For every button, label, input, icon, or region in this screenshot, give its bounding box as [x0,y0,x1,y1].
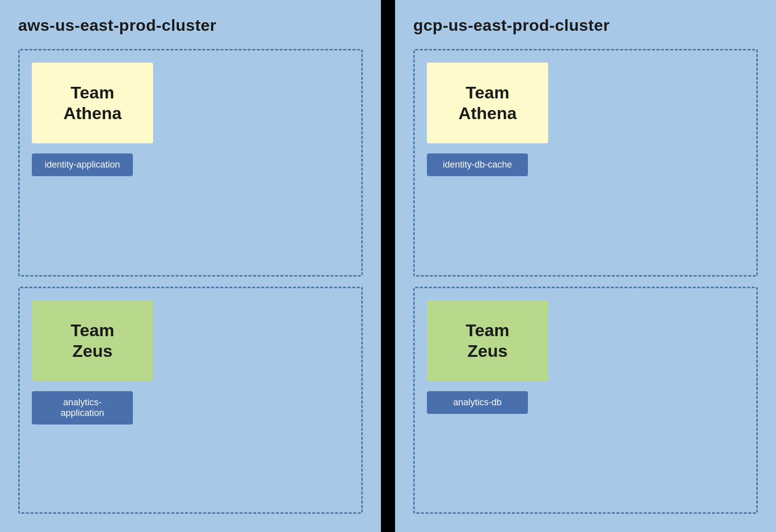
identity-db-cache-badge: identity-db-cache [427,153,528,176]
team-zeus-gcp-name: TeamZeus [466,320,509,361]
team-zeus-aws-name: TeamZeus [71,320,114,361]
identity-application-badge: identity-application [32,153,133,176]
team-athena-aws-box: TeamAthena identity-application [18,49,363,277]
aws-teams-grid: TeamAthena identity-application TeamZeus… [18,49,363,514]
team-athena-aws-card: TeamAthena [32,63,153,143]
aws-cluster: aws-us-east-prod-cluster TeamAthena iden… [0,0,381,532]
team-athena-gcp-name: TeamAthena [458,82,516,124]
team-zeus-gcp-card: TeamZeus [427,300,548,381]
analytics-application-badge: analytics-application [32,391,133,424]
team-athena-aws-name: TeamAthena [63,82,121,124]
team-zeus-aws-box: TeamZeus analytics-application [18,287,363,514]
aws-cluster-title: aws-us-east-prod-cluster [18,16,363,35]
cluster-divider [381,0,395,532]
gcp-cluster-title: gcp-us-east-prod-cluster [413,16,758,35]
team-athena-gcp-card: TeamAthena [427,63,548,143]
gcp-teams-grid: TeamAthena identity-db-cache TeamZeus an… [413,49,758,514]
analytics-db-badge: analytics-db [427,391,528,414]
team-zeus-gcp-box: TeamZeus analytics-db [413,287,758,514]
team-athena-gcp-box: TeamAthena identity-db-cache [413,49,758,277]
gcp-cluster: gcp-us-east-prod-cluster TeamAthena iden… [395,0,776,532]
team-zeus-aws-card: TeamZeus [32,300,153,381]
